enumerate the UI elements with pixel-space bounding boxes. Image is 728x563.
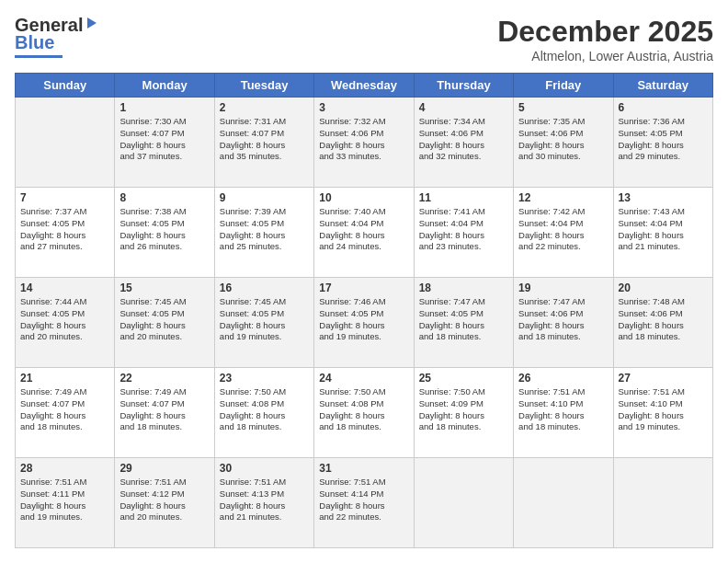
calendar-cell: 29Sunrise: 7:51 AMSunset: 4:12 PMDayligh… <box>115 458 214 548</box>
header: General Blue December 2025 Altmelon, Low… <box>15 15 713 63</box>
day-info-line: Daylight: 8 hours <box>518 140 584 150</box>
svg-marker-0 <box>87 17 97 29</box>
day-info-line: Sunset: 4:07 PM <box>20 398 85 408</box>
logo: General Blue <box>15 15 100 58</box>
day-info-line: and 27 minutes. <box>20 241 83 251</box>
day-info-line: Sunset: 4:11 PM <box>20 488 85 499</box>
day-number: 17 <box>319 282 409 294</box>
day-info-line: and 19 minutes. <box>20 511 83 522</box>
day-info-line: and 19 minutes. <box>220 331 282 341</box>
day-info-line: Sunset: 4:04 PM <box>319 218 383 228</box>
day-info-line: Daylight: 8 hours <box>20 500 85 511</box>
day-info: Sunrise: 7:51 AMSunset: 4:12 PMDaylight:… <box>119 477 210 523</box>
day-info: Sunrise: 7:51 AMSunset: 4:11 PMDaylight:… <box>20 477 110 523</box>
day-info: Sunrise: 7:34 AMSunset: 4:06 PMDaylight:… <box>419 116 509 163</box>
day-info-line: Sunrise: 7:48 AM <box>619 296 685 306</box>
day-info-line: Sunset: 4:05 PM <box>119 218 184 228</box>
day-info-line: and 19 minutes. <box>319 331 381 341</box>
calendar-cell: 23Sunrise: 7:50 AMSunset: 4:08 PMDayligh… <box>214 368 313 458</box>
day-info: Sunrise: 7:46 AMSunset: 4:05 PMDaylight:… <box>319 296 409 343</box>
day-info-line: and 37 minutes. <box>119 151 182 161</box>
day-info-line: Daylight: 8 hours <box>419 230 484 240</box>
day-info-line: Daylight: 8 hours <box>619 410 684 420</box>
day-info: Sunrise: 7:40 AMSunset: 4:04 PMDaylight:… <box>319 206 409 253</box>
day-info-line: Sunrise: 7:42 AM <box>518 206 585 216</box>
day-info-line: Sunset: 4:08 PM <box>220 398 284 408</box>
calendar-cell: 11Sunrise: 7:41 AMSunset: 4:04 PMDayligh… <box>414 188 513 278</box>
day-info-line: Sunrise: 7:49 AM <box>119 386 186 396</box>
calendar-cell: 6Sunrise: 7:36 AMSunset: 4:05 PMDaylight… <box>613 98 712 188</box>
calendar-cell: 4Sunrise: 7:34 AMSunset: 4:06 PMDaylight… <box>414 98 513 188</box>
day-number: 15 <box>119 282 210 294</box>
day-info-line: Sunset: 4:09 PM <box>419 398 483 408</box>
logo-blue: Blue <box>15 32 54 53</box>
day-header-monday: Monday <box>115 74 214 98</box>
calendar-cell: 21Sunrise: 7:49 AMSunset: 4:07 PMDayligh… <box>16 368 115 458</box>
day-info-line: Sunset: 4:06 PM <box>518 308 583 318</box>
day-info-line: Sunrise: 7:39 AM <box>220 206 286 216</box>
day-info-line: Sunset: 4:06 PM <box>518 128 583 138</box>
day-number: 30 <box>220 462 310 475</box>
calendar-cell: 25Sunrise: 7:50 AMSunset: 4:09 PMDayligh… <box>414 368 513 458</box>
day-info-line: and 21 minutes. <box>220 511 282 522</box>
day-info-line: Sunset: 4:10 PM <box>619 398 683 408</box>
day-info: Sunrise: 7:49 AMSunset: 4:07 PMDaylight:… <box>119 386 210 433</box>
day-number: 25 <box>419 372 509 385</box>
day-info-line: and 30 minutes. <box>518 151 581 161</box>
page: General Blue December 2025 Altmelon, Low… <box>0 0 728 563</box>
day-number: 27 <box>619 372 709 385</box>
day-number: 26 <box>518 372 609 385</box>
day-info-line: Sunset: 4:05 PM <box>220 308 284 318</box>
day-info-line: Daylight: 8 hours <box>119 140 185 150</box>
day-info-line: Daylight: 8 hours <box>220 230 285 240</box>
calendar-cell: 12Sunrise: 7:42 AMSunset: 4:04 PMDayligh… <box>514 188 613 278</box>
day-info-line: Sunrise: 7:47 AM <box>419 296 485 306</box>
day-info-line: Daylight: 8 hours <box>20 230 85 240</box>
calendar-week-3: 14Sunrise: 7:44 AMSunset: 4:05 PMDayligh… <box>16 278 713 368</box>
day-number: 29 <box>119 462 210 475</box>
day-info-line: Daylight: 8 hours <box>319 410 384 420</box>
day-info-line: Sunrise: 7:45 AM <box>119 296 186 306</box>
day-number: 22 <box>119 372 210 385</box>
day-info-line: and 25 minutes. <box>220 241 282 251</box>
day-info-line: Daylight: 8 hours <box>220 410 285 420</box>
day-info-line: Daylight: 8 hours <box>619 320 684 330</box>
day-number: 1 <box>119 101 210 114</box>
day-info-line: Sunset: 4:10 PM <box>518 398 583 408</box>
day-info-line: and 18 minutes. <box>20 421 83 431</box>
calendar-week-1: 1Sunrise: 7:30 AMSunset: 4:07 PMDaylight… <box>16 98 713 188</box>
day-info: Sunrise: 7:31 AMSunset: 4:07 PMDaylight:… <box>220 116 310 163</box>
day-info-line: Daylight: 8 hours <box>419 140 484 150</box>
day-info-line: Sunrise: 7:51 AM <box>319 477 385 487</box>
day-info-line: and 18 minutes. <box>518 421 581 431</box>
day-number: 14 <box>20 282 110 294</box>
day-info-line: Daylight: 8 hours <box>319 230 384 240</box>
day-info: Sunrise: 7:36 AMSunset: 4:05 PMDaylight:… <box>619 116 709 163</box>
day-info-line: Daylight: 8 hours <box>518 230 584 240</box>
day-number: 4 <box>419 101 509 114</box>
day-info-line: Daylight: 8 hours <box>119 500 185 511</box>
day-info-line: Sunrise: 7:51 AM <box>220 477 286 487</box>
day-number: 6 <box>619 101 709 114</box>
day-info-line: and 22 minutes. <box>319 511 381 522</box>
day-info-line: and 19 minutes. <box>619 421 681 431</box>
logo-bird-icon <box>84 16 100 32</box>
calendar-cell: 1Sunrise: 7:30 AMSunset: 4:07 PMDaylight… <box>115 98 214 188</box>
day-info-line: Sunrise: 7:51 AM <box>20 477 86 487</box>
calendar-cell: 8Sunrise: 7:38 AMSunset: 4:05 PMDaylight… <box>115 188 214 278</box>
day-info: Sunrise: 7:35 AMSunset: 4:06 PMDaylight:… <box>518 116 609 163</box>
day-info: Sunrise: 7:51 AMSunset: 4:10 PMDaylight:… <box>518 386 609 433</box>
day-info-line: and 29 minutes. <box>619 151 681 161</box>
day-info-line: Sunrise: 7:30 AM <box>119 116 186 126</box>
day-info-line: Daylight: 8 hours <box>518 320 584 330</box>
day-info: Sunrise: 7:50 AMSunset: 4:08 PMDaylight:… <box>319 386 409 433</box>
calendar-week-2: 7Sunrise: 7:37 AMSunset: 4:05 PMDaylight… <box>16 188 713 278</box>
calendar-cell: 7Sunrise: 7:37 AMSunset: 4:05 PMDaylight… <box>16 188 115 278</box>
day-info-line: Sunrise: 7:47 AM <box>518 296 585 306</box>
day-number: 18 <box>419 282 509 294</box>
day-info: Sunrise: 7:50 AMSunset: 4:09 PMDaylight:… <box>419 386 509 433</box>
day-info-line: Sunrise: 7:49 AM <box>20 386 86 396</box>
day-info-line: Daylight: 8 hours <box>220 320 285 330</box>
day-info-line: and 24 minutes. <box>319 241 381 251</box>
day-info-line: and 18 minutes. <box>518 331 581 341</box>
